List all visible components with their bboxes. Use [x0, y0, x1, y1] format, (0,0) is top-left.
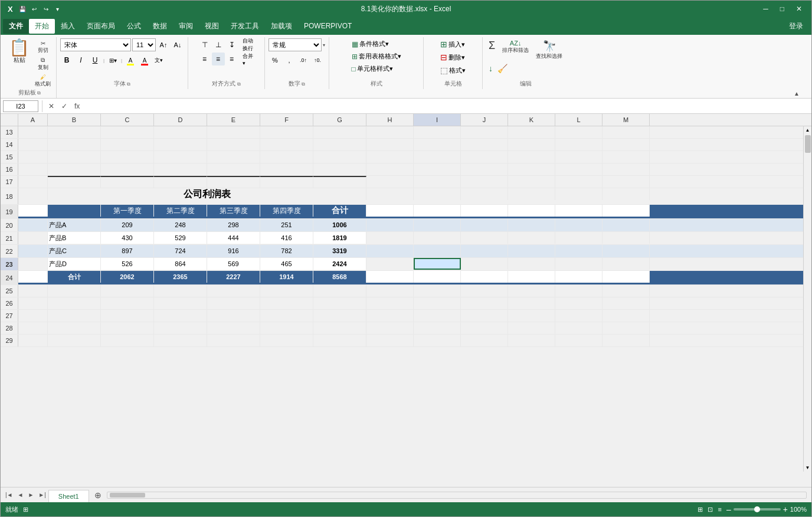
cell-style-button[interactable]: □ 单元格样式▾: [349, 63, 395, 74]
cell-f13[interactable]: [260, 126, 313, 138]
formula-input[interactable]: [84, 100, 809, 112]
cell-j27[interactable]: [461, 310, 508, 322]
cell-f23[interactable]: 465: [260, 258, 313, 270]
cell-g25[interactable]: [313, 285, 366, 297]
menu-home[interactable]: 开始: [29, 19, 55, 34]
menu-developer[interactable]: 开发工具: [225, 19, 265, 34]
cell-c29[interactable]: [101, 335, 154, 346]
cell-i26[interactable]: [414, 297, 461, 309]
cell-j22[interactable]: [461, 245, 508, 257]
save-icon[interactable]: 💾: [18, 4, 27, 14]
cell-e27[interactable]: [207, 310, 260, 322]
cell-f25[interactable]: [260, 285, 313, 297]
cell-g29[interactable]: [313, 335, 366, 346]
cell-f21[interactable]: 416: [260, 232, 313, 244]
table-format-button[interactable]: ⊞ 套用表格格式▾: [349, 51, 404, 62]
cell-h21[interactable]: [366, 232, 414, 244]
cell-k16[interactable]: [508, 163, 555, 175]
cell-e29[interactable]: [207, 335, 260, 346]
cell-f15[interactable]: [260, 151, 313, 163]
cell-d27[interactable]: [154, 310, 207, 322]
font-grow-button[interactable]: A↑: [157, 38, 170, 51]
tab-next-button[interactable]: ►: [25, 490, 36, 499]
confirm-formula-button[interactable]: ✓: [59, 101, 70, 112]
cell-g24[interactable]: 8568: [313, 271, 366, 283]
cell-c24[interactable]: 2062: [101, 271, 154, 283]
cell-e17[interactable]: [207, 176, 260, 188]
cell-d29[interactable]: [154, 335, 207, 346]
cell-m18[interactable]: [603, 188, 650, 200]
cell-g19[interactable]: 合计: [313, 205, 366, 217]
cell-h23[interactable]: [366, 258, 414, 270]
copy-button[interactable]: ⧉ 复制: [33, 56, 53, 72]
cell-g28[interactable]: [313, 322, 366, 334]
delete-cells-button[interactable]: ⊟ 删除▾: [438, 51, 467, 63]
cell-h29[interactable]: [366, 335, 414, 346]
cell-h18[interactable]: [366, 188, 414, 200]
wrap-text-button[interactable]: 自动换行: [242, 38, 255, 51]
paste-button[interactable]: 📋 粘贴: [6, 38, 32, 66]
border-button[interactable]: ⊞▾: [106, 54, 119, 67]
cell-i13[interactable]: [414, 126, 461, 138]
cell-i23[interactable]: [414, 258, 461, 270]
cell-d21[interactable]: 529: [154, 232, 207, 244]
cell-m16[interactable]: [603, 163, 650, 175]
insert-function-button[interactable]: fx: [72, 101, 82, 112]
cell-k20[interactable]: [508, 219, 555, 231]
cell-c14[interactable]: [101, 139, 154, 150]
sheet1-tab[interactable]: Sheet1: [48, 490, 89, 503]
col-header-c[interactable]: C: [101, 114, 154, 126]
tab-first-button[interactable]: |◄: [3, 490, 15, 499]
cell-b23[interactable]: 产品D: [48, 258, 101, 270]
cancel-formula-button[interactable]: ✕: [46, 101, 57, 112]
cell-h25[interactable]: [366, 285, 414, 297]
cell-i15[interactable]: [414, 151, 461, 163]
col-header-f[interactable]: F: [260, 114, 313, 126]
cell-a17[interactable]: [18, 176, 48, 188]
scroll-thumb[interactable]: [805, 135, 811, 153]
cell-j17[interactable]: [461, 176, 508, 188]
cell-l20[interactable]: [555, 219, 603, 231]
cell-k13[interactable]: [508, 126, 555, 138]
undo-icon[interactable]: ↩: [30, 4, 39, 14]
align-middle-button[interactable]: ⊥: [212, 38, 225, 51]
tab-last-button[interactable]: ►|: [36, 490, 48, 499]
cell-k23[interactable]: [508, 258, 555, 270]
percent-button[interactable]: %: [269, 54, 281, 67]
clear-button[interactable]: 🧹: [495, 63, 510, 74]
cell-l14[interactable]: [555, 139, 603, 150]
cell-f20[interactable]: 251: [260, 219, 313, 231]
cell-k28[interactable]: [508, 322, 555, 334]
page-layout-view-button[interactable]: ⊡: [708, 506, 713, 513]
cell-l24[interactable]: [555, 271, 603, 283]
format-cells-button[interactable]: ⬚ 格式▾: [438, 64, 468, 76]
cell-e24[interactable]: 2227: [207, 271, 260, 283]
cell-l23[interactable]: [555, 258, 603, 270]
maximize-button[interactable]: □: [775, 4, 789, 14]
cell-d15[interactable]: [154, 151, 207, 163]
menu-file[interactable]: 文件: [3, 19, 29, 34]
cell-g23[interactable]: 2424: [313, 258, 366, 270]
cell-j18[interactable]: [461, 188, 508, 200]
cell-m22[interactable]: [603, 245, 650, 257]
cell-d28[interactable]: [154, 322, 207, 334]
cell-d23[interactable]: 864: [154, 258, 207, 270]
cell-e13[interactable]: [207, 126, 260, 138]
cell-d22[interactable]: 724: [154, 245, 207, 257]
cell-m26[interactable]: [603, 297, 650, 309]
cell-h17[interactable]: [366, 176, 414, 188]
cell-m25[interactable]: [603, 285, 650, 297]
cell-j25[interactable]: [461, 285, 508, 297]
customize-qa-icon[interactable]: ▾: [53, 4, 63, 14]
cell-j13[interactable]: [461, 126, 508, 138]
cell-l25[interactable]: [555, 285, 603, 297]
cell-k15[interactable]: [508, 151, 555, 163]
redo-icon[interactable]: ↪: [41, 4, 51, 14]
cell-f28[interactable]: [260, 322, 313, 334]
cell-b25[interactable]: [48, 285, 101, 297]
cell-c22[interactable]: 897: [101, 245, 154, 257]
merge-button[interactable]: 合并▾: [242, 53, 255, 66]
comma-button[interactable]: ,: [283, 54, 296, 67]
cell-i28[interactable]: [414, 322, 461, 334]
cell-f22[interactable]: 782: [260, 245, 313, 257]
